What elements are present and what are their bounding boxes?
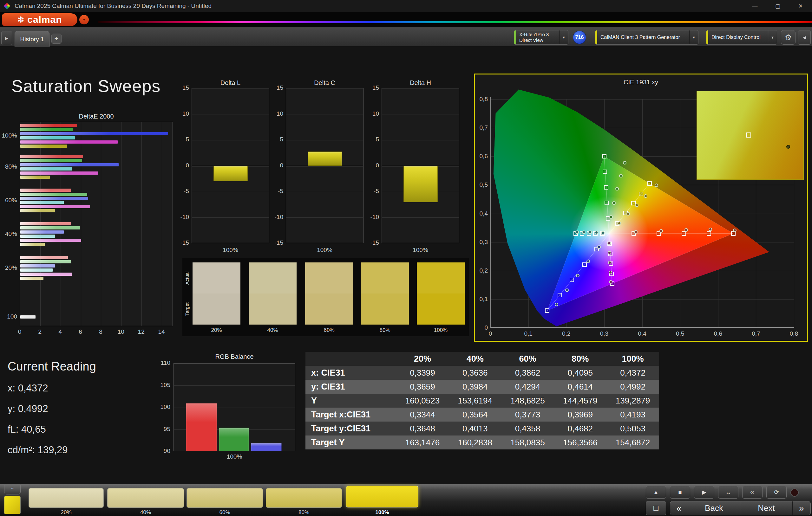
cie-target-square-green <box>604 185 608 189</box>
deltae-bar <box>20 155 83 158</box>
pattern-chip-100%[interactable] <box>346 486 418 508</box>
active-pattern-color <box>4 496 21 514</box>
table-row: Target y:CIE310,36480,40130,43580,46820,… <box>306 422 659 435</box>
deltae-bar <box>20 145 67 148</box>
gridline <box>382 217 459 218</box>
cie-x-tick: 0,7 <box>746 330 765 337</box>
pattern-chip-label: 80% <box>266 509 342 516</box>
gridline <box>286 217 363 218</box>
infinity-button[interactable]: ∞ <box>742 486 762 498</box>
meter-dropdown[interactable]: X-Rite i1Pro 3 Direct View ▼ <box>514 30 569 45</box>
delta_l-y-tick: 10 <box>166 110 189 117</box>
swatch-target <box>417 294 465 325</box>
next-button[interactable]: Next <box>740 502 793 515</box>
minimize-button[interactable]: — <box>744 0 766 12</box>
fit-button[interactable]: ↔ <box>718 486 738 498</box>
rgb-y-tick: 110 <box>147 359 170 366</box>
cie-target-square-blue <box>582 263 587 267</box>
pattern-chip-80%[interactable] <box>266 488 342 508</box>
rgb-balance-chart <box>174 363 295 451</box>
cie-measured-dot-magenta <box>609 271 612 274</box>
collapse-handle-button[interactable]: ⌃ <box>4 485 21 494</box>
cie-measured-dot-magenta <box>609 280 612 284</box>
delta_l-y-tick: -15 <box>166 239 189 246</box>
delta_h-x-label: 100% <box>382 247 459 253</box>
panel-collapse-button[interactable]: ◀ <box>798 30 811 45</box>
record-indicator-icon <box>790 488 799 497</box>
window-title: Calman 2025 Calman Ultimate for Business… <box>14 3 211 9</box>
play-button[interactable]: ▶ <box>694 486 714 498</box>
next-chevron-button[interactable]: » <box>793 502 810 515</box>
bottom-bar: ⌃ ❏ « Back Next » 20%40%60%80%100%▲■▶↔∞⟳ <box>0 484 812 516</box>
cie-y-tick: 0,2 <box>474 267 488 274</box>
table-cell: 0,3984 <box>449 382 501 392</box>
eject-button[interactable]: ▲ <box>646 486 666 498</box>
table-row: Y160,0523153,6194148,6825144,4579139,287… <box>306 394 659 407</box>
stop-button[interactable]: ■ <box>670 486 690 498</box>
pattern-chip-40%[interactable] <box>107 488 184 508</box>
pattern-chip-60%[interactable] <box>186 488 263 508</box>
gridline <box>286 192 363 192</box>
gridline <box>162 122 162 326</box>
delta_h-y-tick: 15 <box>356 84 379 91</box>
cie-measured-dot-red <box>660 229 663 233</box>
tab-history-1[interactable]: History 1 <box>14 31 50 47</box>
delta_h-y-tick: 10 <box>356 110 379 117</box>
deltae-bar <box>20 235 55 238</box>
swatch-label: 40% <box>249 327 296 333</box>
chevron-down-icon: ▼ <box>689 30 698 44</box>
table-cell: 154,6872 <box>606 438 659 448</box>
cie-measured-dot-red <box>634 230 638 234</box>
calman-menu-caret-button[interactable]: ▼ <box>79 15 89 24</box>
close-button[interactable]: ✕ <box>789 0 812 12</box>
delta_h-y-tick: 0 <box>356 162 379 169</box>
table-header-cell: 100% <box>606 354 659 364</box>
navigation-strip: « Back Next » <box>670 501 811 515</box>
cie-measured-dot-red <box>685 228 688 232</box>
display-control-dropdown[interactable]: Direct Display Control ▼ <box>706 30 777 45</box>
pattern-chip-20%[interactable] <box>29 488 104 508</box>
maximize-button[interactable]: ▢ <box>766 0 789 12</box>
swatch-label: 60% <box>305 327 353 333</box>
cie-overlay <box>490 78 794 328</box>
table-cell: 0,4372 <box>606 368 659 378</box>
table-row-label: Y <box>306 396 396 406</box>
swatch-actual <box>193 263 240 294</box>
deltae-bar <box>20 189 71 192</box>
add-tab-button[interactable]: + <box>51 34 61 44</box>
deltae-x-tick: 2 <box>32 328 48 335</box>
deltae-bar-group <box>20 155 119 180</box>
settings-gear-button[interactable]: ⚙ <box>781 30 795 45</box>
swatch-target <box>361 294 409 325</box>
deltae-bar <box>20 124 77 127</box>
delta_l-y-tick: 15 <box>166 84 189 91</box>
cie-target-square-green <box>602 154 606 158</box>
calman-logo-button[interactable]: ✽ calman <box>2 13 78 26</box>
cie-x-tick: 0,8 <box>784 330 804 337</box>
back-button[interactable]: Back <box>688 502 740 515</box>
current-reading: Current Reading x: 0,4372y: 0,4992fL: 40… <box>8 360 96 465</box>
deltae-y-tick: 20% <box>0 264 17 271</box>
delta_h-title: Delta H <box>382 79 459 87</box>
cie-x-tick: 0,5 <box>670 330 690 337</box>
delta_h-y-tick: 5 <box>356 136 379 143</box>
cie-measured-dot-yellow <box>635 204 638 207</box>
deltae-bar <box>20 168 72 171</box>
swatch-actual <box>417 263 465 294</box>
panel-expand-button[interactable]: ▶ <box>1 31 12 45</box>
loop-button[interactable]: ⟳ <box>766 486 787 498</box>
pattern-generator-dropdown[interactable]: CalMAN Client 3 Pattern Generator ▼ <box>595 30 698 45</box>
cie-measured-dot-green <box>619 174 622 178</box>
gridline <box>286 140 363 141</box>
cie-target-square-green <box>603 170 607 174</box>
cie-target-square-blue <box>558 293 562 297</box>
cie-y-tick: 0 <box>474 324 488 331</box>
deltae-x-tick: 8 <box>93 328 109 335</box>
swatch-target <box>193 294 240 325</box>
pattern-window-button[interactable]: ❏ <box>646 501 666 515</box>
table-cell: 139,2879 <box>606 396 659 406</box>
table-cell: 144,4579 <box>554 396 606 406</box>
back-chevron-button[interactable]: « <box>670 502 688 515</box>
cie-measured-dot-blue <box>597 245 601 249</box>
table-cell: 0,3564 <box>449 410 501 420</box>
